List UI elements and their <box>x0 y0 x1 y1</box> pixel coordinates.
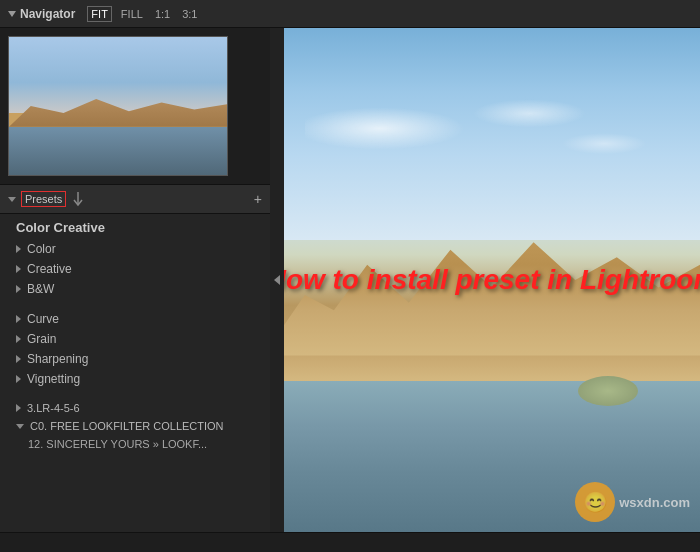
preset-group-creative[interactable]: Creative <box>0 259 270 279</box>
photo-clouds <box>305 53 679 204</box>
preset-groups: Color Creative B&W Curve Grain <box>0 239 270 453</box>
thumb-sky <box>9 37 227 113</box>
watermark: 😊 wsxdn.com <box>575 482 690 522</box>
preset-group-bw[interactable]: B&W <box>0 279 270 299</box>
preset-spacer-1 <box>0 299 270 309</box>
view-options: FIT FILL 1:1 3:1 <box>87 6 200 22</box>
preset-group-grain[interactable]: Grain <box>0 329 270 349</box>
photo-container: How to install preset in Lightroom 😊 wsx… <box>284 28 700 532</box>
navigator-section <box>0 28 270 184</box>
left-panel: Presets + Color Creative Color <box>0 28 270 532</box>
left-arrow-icon <box>274 275 280 285</box>
main-content: How to install preset in Lightroom 😊 wsx… <box>284 28 700 532</box>
presets-add-button[interactable]: + <box>254 192 262 206</box>
preset-vignetting-expand-icon <box>16 375 21 383</box>
overlay-text: How to install preset in Lightroom <box>284 263 700 297</box>
preset-group-color[interactable]: Color <box>0 239 270 259</box>
preset-lookfilter-expand-icon <box>16 424 24 429</box>
photo-island <box>578 376 638 406</box>
preset-curve-expand-icon <box>16 315 21 323</box>
watermark-icon: 😊 <box>575 482 615 522</box>
preset-collection-child-1[interactable]: 12. SINCERELY YOURS » LOOKF... <box>0 435 270 453</box>
preset-grain-expand-icon <box>16 335 21 343</box>
presets-title-box: Presets <box>21 191 66 207</box>
thumb-image <box>8 36 228 176</box>
preset-collection-lr[interactable]: 3.LR-4-5-6 <box>0 399 270 417</box>
top-bar: Navigator FIT FILL 1:1 3:1 <box>0 0 700 28</box>
view-1to1[interactable]: 1:1 <box>152 7 173 21</box>
navigator-label: Navigator <box>20 7 75 21</box>
preset-bw-expand-icon <box>16 285 21 293</box>
left-panel-toggle[interactable] <box>270 28 284 532</box>
navigator-thumbnail <box>0 28 270 184</box>
view-3to1[interactable]: 3:1 <box>179 7 200 21</box>
preset-color-expand-icon <box>16 245 21 253</box>
preset-arrow-down-icon <box>71 190 85 208</box>
preset-group-curve[interactable]: Curve <box>0 309 270 329</box>
presets-header-left: Presets <box>8 190 85 208</box>
color-creative-label: Color Creative <box>0 214 270 239</box>
view-fill[interactable]: FILL <box>118 7 146 21</box>
preset-sharpening-expand-icon <box>16 355 21 363</box>
thumb-water <box>9 127 227 175</box>
preset-collection-lookfilter[interactable]: C0. FREE LOOKFILTER COLLECTION <box>0 417 270 435</box>
navigator-title: Navigator <box>8 7 75 21</box>
bottom-bar <box>0 532 700 552</box>
preset-group-sharpening[interactable]: Sharpening <box>0 349 270 369</box>
preset-lr-expand-icon <box>16 404 21 412</box>
navigator-collapse-icon[interactable] <box>8 11 16 17</box>
preset-group-vignetting[interactable]: Vignetting <box>0 369 270 389</box>
presets-expand-icon <box>8 197 16 202</box>
preset-creative-expand-icon <box>16 265 21 273</box>
preset-spacer-2 <box>0 389 270 399</box>
presets-section[interactable]: Presets + Color Creative Color <box>0 184 270 532</box>
main-layout: Presets + Color Creative Color <box>0 28 700 532</box>
presets-title: Presets <box>25 193 62 205</box>
watermark-text: wsxdn.com <box>619 495 690 510</box>
view-fit[interactable]: FIT <box>87 6 112 22</box>
presets-header[interactable]: Presets + <box>0 184 270 214</box>
